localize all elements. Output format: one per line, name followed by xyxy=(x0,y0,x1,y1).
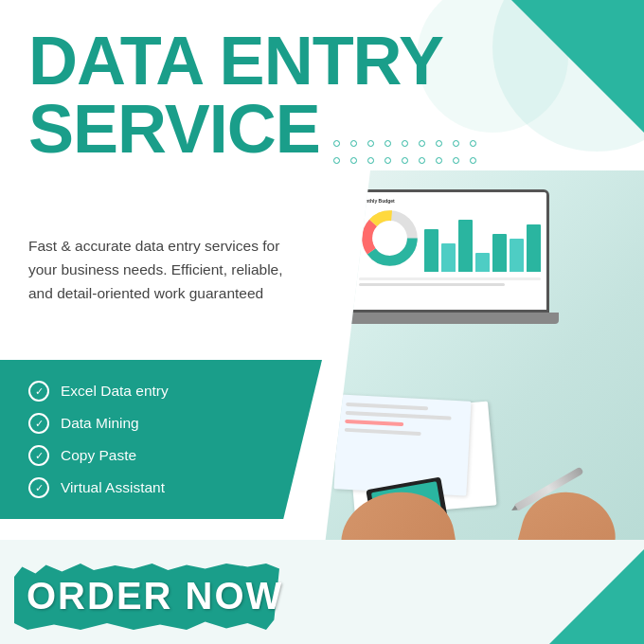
dot xyxy=(385,157,391,164)
screen-content: Monthly Budget xyxy=(353,192,546,310)
check-icon-4: ✓ xyxy=(28,477,49,498)
dot xyxy=(453,140,459,147)
dot xyxy=(470,157,476,164)
donut-chart xyxy=(359,207,420,269)
feature-label-3: Copy Paste xyxy=(61,447,136,464)
dot xyxy=(402,157,408,164)
dot xyxy=(436,157,442,164)
teal-corner-top xyxy=(511,0,644,133)
teal-corner-bottom xyxy=(549,549,644,644)
dot xyxy=(350,157,357,164)
check-icon-3: ✓ xyxy=(28,445,49,466)
photo-background: Monthly Budget xyxy=(322,170,644,568)
dot xyxy=(402,140,408,147)
description-text: Fast & accurate data entry services for … xyxy=(28,235,294,305)
feature-label-4: Virtual Assistant xyxy=(61,479,165,496)
page-container: DATA ENTRY SERVICE Fast & accurate data … xyxy=(0,0,644,644)
dot xyxy=(436,140,442,147)
feature-item-2: ✓ Data Mining xyxy=(28,413,294,434)
order-now-text[interactable]: ORDER NOW xyxy=(27,575,283,617)
dot xyxy=(333,140,340,147)
dot xyxy=(470,140,476,147)
chart-area xyxy=(359,207,541,274)
feature-label-2: Data Mining xyxy=(61,415,139,432)
dot xyxy=(350,140,357,147)
bar-charts xyxy=(424,207,541,274)
check-icon-1: ✓ xyxy=(28,381,49,402)
dot xyxy=(367,157,374,164)
svg-point-4 xyxy=(375,224,403,252)
order-section: ORDER NOW xyxy=(0,540,644,644)
dot xyxy=(333,157,340,164)
laptop-illustration: Monthly Budget xyxy=(350,189,559,336)
screen-header: Monthly Budget xyxy=(359,198,541,204)
feature-item-1: ✓ Excel Data entry xyxy=(28,381,294,402)
feature-label-1: Excel Data entry xyxy=(61,383,169,400)
title-line1: DATA ENTRY xyxy=(28,27,443,95)
laptop-screen: Monthly Budget xyxy=(350,189,549,313)
features-band: ✓ Excel Data entry ✓ Data Mining ✓ Copy … xyxy=(0,360,322,519)
laptop-base xyxy=(341,313,559,324)
dot xyxy=(385,140,391,147)
dot xyxy=(419,157,425,164)
feature-item-4: ✓ Virtual Assistant xyxy=(28,477,294,498)
dot xyxy=(367,140,374,147)
check-icon-2: ✓ xyxy=(28,413,49,434)
photo-area: Monthly Budget xyxy=(322,170,644,568)
dot-grid-decoration xyxy=(333,140,483,170)
feature-item-3: ✓ Copy Paste xyxy=(28,445,294,466)
dot xyxy=(453,157,459,164)
dot xyxy=(419,140,425,147)
